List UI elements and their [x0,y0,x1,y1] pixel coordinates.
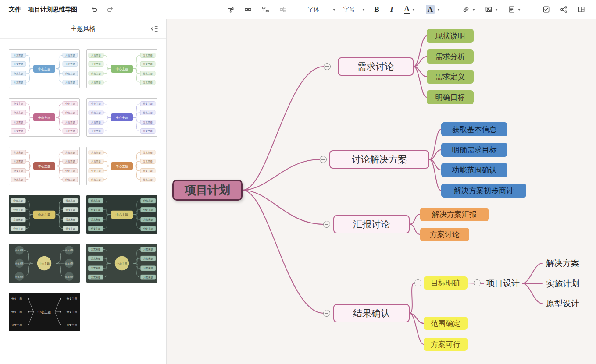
svg-text:分支主题: 分支主题 [11,323,22,327]
insert-task-button[interactable] [541,4,551,14]
add-parent-node-button[interactable] [278,4,288,14]
mindmap-node-req-1[interactable]: 现状说明 [427,29,474,43]
fill-color-icon: A [426,5,435,14]
bold-button[interactable]: B [372,4,381,15]
font-color-icon: A [404,5,409,14]
svg-text:分支主题: 分支主题 [143,199,153,202]
collapse-branch-button[interactable] [320,156,327,163]
svg-text:分支主题: 分支主题 [65,178,75,181]
theme-thumbnail-blackboard[interactable]: 分支主题分支主题分支主题分支主题分支主题分支主题中心主题 [9,293,80,331]
mindmap-node-branch-requirements[interactable]: 需求讨论 [338,57,414,76]
svg-text:分支主题: 分支主题 [143,160,153,163]
theme-thumbnail-violet[interactable]: 分支主题分支主题分支主题分支主题分支主题分支主题分支主题分支主题中心主题 [86,98,157,137]
theme-preview: 分支主题分支主题分支主题分支主题分支主题分支主题中心主题 [9,244,80,283]
collapse-branch-button[interactable] [323,310,330,317]
undo-button[interactable] [89,4,100,14]
add-sibling-node-icon [244,6,252,13]
svg-text:分支主题: 分支主题 [91,130,101,133]
theme-thumbnail-brick[interactable]: 分支主题分支主题分支主题分支主题分支主题分支主题分支主题分支主题中心主题 [9,147,80,185]
svg-text:分支主题: 分支主题 [143,170,153,173]
chevron-down-icon [362,9,365,11]
svg-text:分支主题: 分支主题 [14,151,24,154]
mindmap-edge [522,283,542,284]
toolbar-actions: 字体 字号 B I A A [225,4,586,15]
theme-thumbnail-dark-orbit[interactable]: 分支主题分支主题分支主题分支主题分支主题分支主题中心主题 [9,244,80,283]
font-color-button[interactable]: A [402,4,416,15]
svg-text:分支主题: 分支主题 [143,81,153,84]
insert-link-button[interactable] [461,4,476,14]
svg-text:分支主题: 分支主题 [65,151,75,154]
svg-text:分支主题: 分支主题 [13,227,23,230]
svg-text:分支主题: 分支主题 [67,310,77,314]
font-family-dropdown[interactable]: 字体 [307,6,335,14]
svg-text:分支主题: 分支主题 [14,121,24,124]
mindmap-node-res-1[interactable]: 目标明确 [424,276,468,290]
mindmap-node-design-3[interactable]: 原型设计 [542,298,583,309]
mindmap-edge [522,283,542,304]
insert-image-button[interactable] [484,4,499,14]
mindmap-node-rep-2[interactable]: 方案讨论 [420,228,469,241]
mindmap-node-req-3[interactable]: 需求定义 [427,70,474,84]
font-size-dropdown[interactable]: 字号 [343,6,365,14]
file-menu[interactable]: 文件 [9,6,21,14]
task-icon [542,6,550,13]
mindmap-node-req-2[interactable]: 需求分析 [427,49,474,64]
mindmap-node-rep-1[interactable]: 解决方案汇报 [420,208,489,221]
svg-text:分支主题: 分支主题 [14,160,24,163]
collapse-branch-button[interactable] [324,63,331,70]
svg-text:中心主题: 中心主题 [116,67,128,71]
svg-text:分支主题: 分支主题 [91,276,101,279]
redo-button[interactable] [105,4,115,14]
theme-panel-header: 主题风格 [0,19,166,39]
theme-thumbnail-dark-forest[interactable]: 分支主题分支主题分支主题分支主题分支主题分支主题分支主题分支主题中心主题 [9,195,80,234]
mindmap-node-branch-report[interactable]: 汇报讨论 [333,215,410,233]
svg-text:分支主题: 分支主题 [91,102,101,106]
collapse-branch-button[interactable] [414,279,421,286]
mindmap-node-design-2[interactable]: 实施计划 [542,279,583,289]
svg-text:分支主题: 分支主题 [91,218,101,221]
theme-thumbnail-dark-moss[interactable]: 分支主题分支主题分支主题分支主题分支主题分支主题分支主题分支主题中心主题 [86,244,157,283]
theme-thumbnail-rose-pink[interactable]: 分支主题分支主题分支主题分支主题分支主题分支主题分支主题分支主题中心主题 [9,98,80,137]
mindmap-node-branch-solution[interactable]: 讨论解决方案 [329,150,429,169]
mindmap-edge [410,283,414,313]
doc-title[interactable]: 项目计划思维导图 [28,6,77,14]
mindmap-node-req-4[interactable]: 明确目标 [427,90,474,104]
collapse-panel-button[interactable] [150,25,159,35]
svg-text:中心主题: 中心主题 [116,164,128,168]
mindmap-canvas[interactable]: 项目计划需求讨论讨论解决方案汇报讨论结果确认现状说明需求分析需求定义明确目标获取… [167,19,596,364]
layout-button[interactable] [576,4,586,14]
mindmap-node-sol-4[interactable]: 解决方案初步商讨 [441,184,526,198]
mindmap-node-sol-1[interactable]: 获取基本信息 [441,122,507,136]
theme-thumbnail-amber[interactable]: 分支主题分支主题分支主题分支主题分支主题分支主题分支主题分支主题中心主题 [86,147,157,185]
svg-text:分支主题: 分支主题 [91,209,101,212]
mindmap-node-sol-3[interactable]: 功能范围确认 [441,163,507,177]
format-painter-button[interactable] [225,4,236,14]
italic-button[interactable]: I [389,4,395,15]
toolbar: 文件 项目计划思维导图 [0,0,596,19]
add-sibling-node-button[interactable] [243,4,253,14]
collapse-branch-button[interactable] [474,279,481,286]
theme-thumbnail-dark-jade[interactable]: 分支主题分支主题分支主题分支主题分支主题分支主题分支主题分支主题中心主题 [86,195,157,234]
insert-relation-button[interactable] [559,4,569,14]
mindmap-node-design-1[interactable]: 解决方案 [542,258,583,269]
svg-text:分支主题: 分支主题 [143,276,153,279]
mindmap-node-res-3[interactable]: 方案可行 [424,338,468,351]
add-child-node-icon [262,6,269,13]
svg-text:分支主题: 分支主题 [143,54,153,57]
image-icon [485,6,493,13]
insert-note-button[interactable] [507,4,522,14]
theme-thumbnail-classic-blue[interactable]: 分支主题分支主题分支主题分支主题分支主题分支主题分支主题分支主题中心主题 [9,49,80,88]
svg-text:中心主题: 中心主题 [38,310,51,314]
mindmap-node-root[interactable]: 项目计划 [172,180,243,201]
theme-preview: 分支主题分支主题分支主题分支主题分支主题分支主题分支主题分支主题中心主题 [9,147,79,185]
mindmap-node-sol-2[interactable]: 明确需求目标 [441,143,507,157]
mindmap-node-design[interactable]: 项目设计 [484,278,522,289]
mindmap-node-branch-result[interactable]: 结果确认 [333,304,410,322]
collapse-branch-button[interactable] [323,221,330,228]
fill-color-button[interactable]: A [424,4,442,15]
mindmap-node-res-2[interactable]: 范围确定 [424,317,468,330]
theme-preview: 分支主题分支主题分支主题分支主题分支主题分支主题分支主题分支主题中心主题 [87,50,157,88]
svg-text:分支主题: 分支主题 [66,218,76,221]
add-child-node-button[interactable] [261,4,271,14]
theme-thumbnail-fresh-green[interactable]: 分支主题分支主题分支主题分支主题分支主题分支主题分支主题分支主题中心主题 [86,49,157,88]
